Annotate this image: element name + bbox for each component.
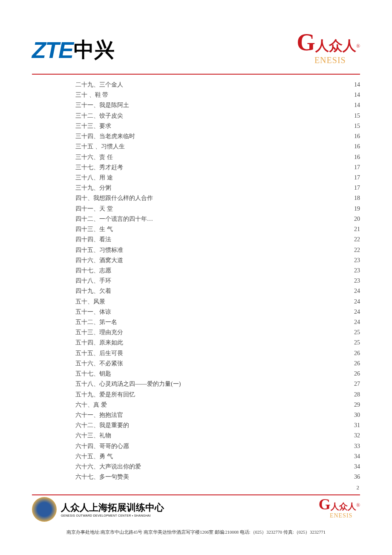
- toc-leader-dots: [123, 411, 353, 417]
- toc-leader-dots: [113, 153, 354, 159]
- page-footer: 人众人上海拓展训练中心 GENESIS OUTWARD DEVELOPMENT …: [32, 494, 360, 535]
- toc-item-page: 21: [353, 224, 360, 234]
- toc-leader-dots: [113, 225, 354, 231]
- toc-item-title: 饺子皮尖: [99, 111, 123, 121]
- toc-item-page: 17: [353, 173, 360, 183]
- toc-item-page: 22: [353, 234, 360, 245]
- genesis-cn-text: 人众人: [315, 38, 356, 53]
- toc-item: 四十五、习惯标准22: [75, 245, 360, 255]
- toc-item-page: 34: [353, 462, 360, 472]
- toc-item: 五十二、第一名24: [75, 317, 360, 327]
- genesis-cn-text: 人众人: [331, 502, 356, 511]
- toc-item-title: 抱抱法官: [99, 410, 123, 420]
- genesis-en-text: ENESIS: [314, 55, 360, 65]
- toc-item-title: 钥匙: [99, 369, 111, 379]
- toc-item: 三十四、当老虎来临时16: [75, 131, 360, 142]
- toc-item-page: 18: [353, 193, 360, 203]
- genesis-logo: G 人众人® ENESIS: [297, 34, 360, 65]
- registered-icon: ®: [356, 502, 360, 508]
- toc-item-title: 礼物: [99, 431, 111, 441]
- toc-item-title: 鞋 带: [95, 90, 109, 100]
- toc-item: 六十二、我是重要的31: [75, 420, 360, 431]
- toc-leader-dots: [111, 184, 353, 190]
- footer-en-title: GENESIS OUTWARD DEVELOPMENT CENTER • SHA…: [61, 514, 164, 517]
- toc-item: 三十六、责 任16: [75, 152, 360, 162]
- toc-item: 四十六、酒窝大道23: [75, 255, 360, 266]
- toc-item-number: 五十二、: [75, 317, 99, 327]
- toc-item-title: 习惯标准: [99, 245, 123, 255]
- toc-leader-dots: [123, 359, 353, 365]
- toc-item: 四十二、一个谎言的四十年…20: [75, 214, 360, 224]
- toc-item: 五十四、原来如此25: [75, 338, 360, 348]
- page-header: ZTE 中兴 G 人众人® ENESIS: [32, 34, 360, 65]
- toc-item-number: 三十二、: [75, 111, 99, 121]
- toc-item-title: 责 任: [99, 152, 113, 162]
- toc-item: 六十、 真 爱29: [75, 400, 360, 410]
- toc-item-number: 五十四、: [75, 338, 99, 348]
- toc-item: 六十六、大声说出你的爱34: [75, 462, 360, 472]
- toc-item-number: 五十三、: [75, 327, 99, 338]
- toc-item-title: 当老虎来临时: [99, 131, 135, 142]
- toc-item-number: 五十八、: [75, 379, 99, 389]
- zte-logo: ZTE 中兴: [32, 37, 115, 63]
- toc-item-number: 三十五 、: [75, 142, 101, 152]
- toc-item-page: 26: [353, 369, 360, 379]
- zte-logo-en: ZTE: [32, 37, 73, 63]
- toc-item-page: 23: [353, 276, 360, 286]
- toc-item-title: 一个谎言的四十年…: [99, 214, 153, 224]
- toc-item-number: 四十四、: [75, 234, 99, 245]
- toc-item-title: 生 气: [99, 224, 113, 234]
- toc-item-title: 心灵鸡汤之四——爱的力量(一): [99, 379, 181, 389]
- toc-item-number: 六十六、: [75, 462, 99, 472]
- toc-item-page: 17: [353, 162, 360, 173]
- toc-leader-dots: [108, 91, 353, 97]
- toc-item-number: 三十四、: [75, 131, 99, 142]
- toc-item-page: 16: [353, 131, 360, 142]
- toc-item: 三十 、 鞋 带14: [75, 90, 360, 100]
- toc-leader-dots: [107, 401, 354, 407]
- toc-item-number: 五十、: [75, 297, 93, 307]
- toc-leader-dots: [181, 380, 353, 386]
- page-number: 2: [32, 484, 360, 491]
- toc-item: 五十六、不必紧张26: [75, 358, 360, 369]
- toc-leader-dots: [135, 132, 353, 138]
- toc-leader-dots: [111, 277, 353, 283]
- toc-item-title: 天 堂: [99, 204, 113, 214]
- toc-leader-dots: [129, 101, 353, 107]
- toc-item-number: 五十七、: [75, 369, 99, 379]
- toc-item: 三十三、要求15: [75, 121, 360, 131]
- toc-leader-dots: [111, 370, 353, 376]
- genesis-en-text: ENESIS: [330, 512, 360, 519]
- toc-item-title: 要求: [99, 121, 111, 131]
- toc-item-title: 看法: [99, 234, 111, 245]
- toc-item-page: 26: [353, 358, 360, 369]
- toc-item-page: 28: [353, 390, 360, 400]
- toc-item: 五十七、钥匙26: [75, 369, 360, 379]
- toc-item-number: 六十五、: [75, 451, 99, 462]
- toc-item-page: 23: [353, 266, 360, 276]
- toc-item-title: 理由充分: [99, 327, 123, 338]
- toc-item: 三十八、用 途17: [75, 173, 360, 183]
- toc-leader-dots: [113, 173, 354, 179]
- toc-item-page: 25: [353, 338, 360, 348]
- toc-leader-dots: [113, 452, 354, 458]
- toc-leader-dots: [129, 421, 353, 427]
- toc-item-page: 24: [353, 317, 360, 327]
- toc-item: 二十九、三个金人14: [75, 80, 360, 90]
- toc-item-title: 手环: [99, 276, 111, 286]
- toc-item: 三十七、秀才赶考17: [75, 162, 360, 173]
- toc-leader-dots: [111, 266, 353, 272]
- footer-badge-icon: [32, 497, 57, 522]
- toc-item-title: 用 途: [99, 173, 113, 183]
- toc-item: 五十八、心灵鸡汤之四——爱的力量(一)27: [75, 379, 360, 389]
- toc-item: 四十三、生 气21: [75, 224, 360, 234]
- footer-cn-title: 人众人上海拓展训练中心: [61, 501, 164, 514]
- toc-item: 三十一、我是陈阿土14: [75, 100, 360, 110]
- registered-icon: ®: [356, 43, 360, 49]
- toc-item-page: 20: [353, 214, 360, 224]
- toc-item-page: 26: [353, 348, 360, 358]
- toc-leader-dots: [111, 308, 353, 314]
- toc-item-title: 第一名: [99, 317, 117, 327]
- toc-item-number: 五十五、: [75, 348, 99, 358]
- toc-item: 六十一、抱抱法官30: [75, 410, 360, 420]
